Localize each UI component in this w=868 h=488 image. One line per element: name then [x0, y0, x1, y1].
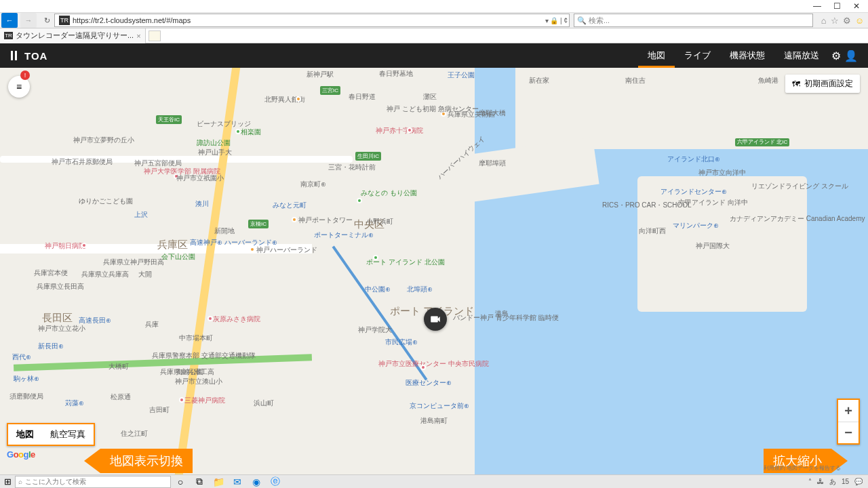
- poi-label: 神戸 こども初期 急病センター: [387, 104, 479, 114]
- tray-network-icon[interactable]: 🖧: [817, 478, 824, 485]
- close-button[interactable]: ✕: [853, 1, 860, 11]
- poi-icon: [296, 96, 301, 102]
- minimize-button[interactable]: —: [813, 1, 821, 11]
- cortana-icon[interactable]: ○: [171, 476, 190, 487]
- edge-icon[interactable]: ◉: [247, 476, 266, 487]
- poi-label: 新在家: [529, 76, 549, 85]
- hospital-label: 神戸朝日病院: [45, 241, 85, 251]
- station-label: アイランド北口⊕: [667, 155, 720, 164]
- poi-label: 松原通: [111, 392, 131, 402]
- maptype-map[interactable]: 地図: [8, 424, 42, 445]
- favorites-icon[interactable]: ☆: [831, 16, 839, 26]
- poi-label: 神戸市立祇園小: [176, 174, 224, 183]
- tray-ime-icon[interactable]: あ: [829, 477, 836, 487]
- poi-label: 住之江町: [121, 429, 148, 439]
- initial-screen-label: 初期画面設定: [804, 78, 853, 89]
- station-label: みなと元町: [273, 201, 307, 210]
- poi-icon: [292, 217, 297, 222]
- poi-icon: [179, 397, 184, 403]
- station-label: 新長田⊕: [38, 342, 64, 351]
- interchange-label: 生田川IC: [355, 152, 381, 161]
- poi-label: 兵庫県立兵庫高: [81, 270, 129, 279]
- search-placeholder: 検索...: [589, 16, 610, 26]
- explorer-icon[interactable]: 📁: [209, 476, 228, 487]
- account-icon[interactable]: 👤: [844, 49, 859, 62]
- new-tab-button[interactable]: [149, 30, 161, 41]
- window-controls: — ☐ ✕: [0, 0, 868, 12]
- hospital-label: 神戸赤十字病院: [376, 126, 423, 136]
- poi-label: 小野浜町: [366, 217, 393, 226]
- poi-label: 向洋町西: [639, 226, 666, 236]
- poi-label: 神戸市立湊山小: [175, 377, 222, 386]
- tab-close-icon[interactable]: ×: [136, 32, 140, 40]
- interchange-label: 六甲アイランド 北IC: [735, 138, 789, 146]
- mail-icon[interactable]: ✉: [228, 476, 247, 487]
- camera-marker[interactable]: [424, 308, 447, 331]
- poi-label: 兵庫県警察本部 交通部交通機動隊: [152, 351, 256, 361]
- interchange-label: 天王谷IC: [156, 115, 182, 124]
- poi-icon: [81, 243, 87, 248]
- settings-icon[interactable]: ⚙: [843, 16, 851, 26]
- nav-map[interactable]: 地図: [638, 43, 675, 68]
- poi-label: リエゾンドライビング スクール: [751, 182, 848, 191]
- nav-device[interactable]: 機器状態: [720, 43, 774, 68]
- station-label: 中公園⊕: [365, 285, 391, 294]
- ie-icon[interactable]: ⓔ: [266, 476, 285, 488]
- forward-button[interactable]: →: [20, 13, 37, 28]
- zoom-out-button[interactable]: −: [838, 422, 859, 443]
- site-favicon-icon: TR: [59, 16, 70, 25]
- home-icon[interactable]: ⌂: [821, 16, 827, 26]
- refresh-button[interactable]: ↻: [39, 16, 54, 25]
- poi-label: 摩耶大橋: [479, 108, 506, 118]
- zoom-in-button[interactable]: +: [838, 400, 859, 422]
- poi-label: 港島南町: [420, 416, 448, 426]
- maptype-satellite[interactable]: 航空写真: [42, 424, 94, 445]
- poi-icon: [208, 316, 213, 321]
- hospital-label: 三菱神戸病院: [184, 396, 225, 405]
- poi-label: カナディアンアカデミー Canadian Academy: [730, 214, 865, 224]
- station-label: 市民広場⊕: [385, 338, 418, 347]
- map-attribution: 利用規約 地図データを報告する: [764, 464, 841, 472]
- poi-label: 神戸市立向洋中: [698, 168, 746, 178]
- station-label: 上沢: [134, 210, 148, 220]
- interchange-label: 京橋IC: [248, 220, 269, 228]
- feedback-icon[interactable]: ☺: [855, 16, 864, 26]
- map-canvas[interactable]: 中央区 ポート アイランド 長田区 兵庫区 神戸ハーバーランド 神戸ポートタワー…: [0, 68, 868, 474]
- browser-tab[interactable]: TR タウンレコーダー遠隔見守りサー... ×: [0, 28, 146, 43]
- poi-label: 新神戸駅: [307, 70, 334, 79]
- initial-screen-button[interactable]: 🗺 初期画面設定: [785, 75, 860, 93]
- nav-remote[interactable]: 遠隔放送: [774, 43, 829, 68]
- brand-text: TOA: [24, 50, 47, 62]
- park-label: みなとの もり公園: [361, 188, 417, 198]
- back-button[interactable]: ←: [1, 13, 18, 28]
- brand-logo[interactable]: TOA: [9, 50, 47, 62]
- poi-label: 六甲アイランド 向洋中: [678, 198, 748, 207]
- tray-notification-icon[interactable]: 💬: [854, 478, 863, 485]
- maximize-button[interactable]: ☐: [833, 1, 841, 11]
- address-bar[interactable]: TR https://tr2.t-cloudsystem.net/#/maps …: [54, 14, 570, 27]
- poi-label: 灘区: [423, 92, 437, 102]
- park-label: 諏訪山公園: [197, 138, 231, 148]
- tray-up-icon[interactable]: ˄: [808, 478, 812, 485]
- poi-icon: [407, 127, 412, 133]
- station-label: 王子公園: [448, 70, 475, 80]
- start-button[interactable]: ⊞: [0, 476, 15, 487]
- station-label: 京コンピュータ前⊕: [410, 401, 469, 411]
- browser-search-input[interactable]: 🔍 検索...: [574, 14, 813, 27]
- camera-icon: [429, 313, 441, 325]
- search-icon: ⌕: [18, 478, 22, 485]
- district-label: 長田区: [42, 312, 73, 325]
- poi-label: 兵庫県立神戸野田高: [103, 258, 164, 267]
- poi-label: 兵庫県立兵庫工高: [160, 367, 214, 377]
- system-tray[interactable]: ˄ 🖧 あ 15 💬: [803, 477, 868, 487]
- zoom-control: + −: [837, 399, 860, 445]
- tab-favicon-icon: TR: [4, 32, 13, 39]
- alert-badge: !: [20, 70, 30, 80]
- taskbar: ⊞ ⌕ ここに入力して検索 ○ ⧉ 📁 ✉ ◉ ⓔ ˄ 🖧 あ 15 💬: [0, 474, 868, 488]
- taskbar-search[interactable]: ⌕ ここに入力して検索: [15, 476, 171, 488]
- poi-label: ゆりかごこども園: [79, 197, 133, 206]
- poi-icon: [235, 129, 241, 134]
- settings-gear-icon[interactable]: ⚙: [829, 49, 844, 62]
- taskview-icon[interactable]: ⧉: [190, 476, 209, 487]
- nav-live[interactable]: ライブ: [675, 43, 720, 68]
